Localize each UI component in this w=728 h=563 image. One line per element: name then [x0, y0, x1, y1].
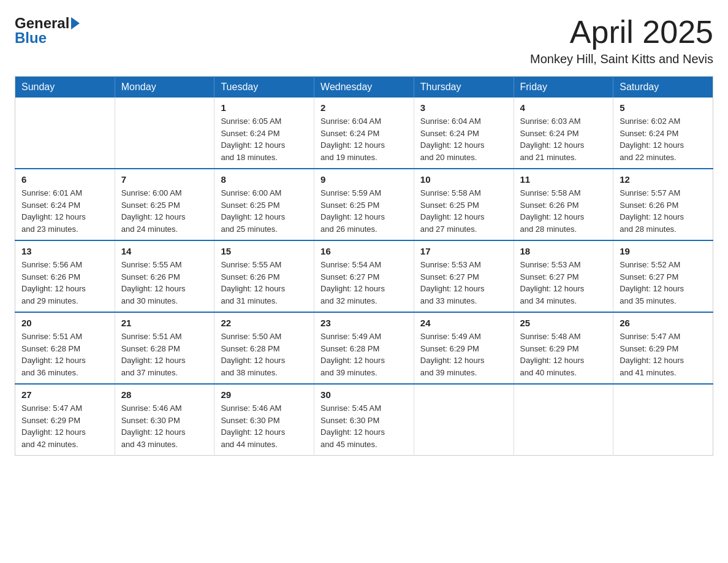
- calendar-cell: 12Sunrise: 5:57 AMSunset: 6:26 PMDayligh…: [613, 169, 713, 240]
- calendar-cell: [414, 384, 514, 456]
- day-info: Sunrise: 5:47 AMSunset: 6:29 PMDaylight:…: [620, 332, 684, 377]
- header-sunday: Sunday: [15, 77, 115, 98]
- day-number: 2: [320, 102, 408, 113]
- day-info: Sunrise: 5:55 AMSunset: 6:26 PMDaylight:…: [121, 260, 186, 305]
- calendar-cell: [613, 384, 713, 456]
- day-info: Sunrise: 5:58 AMSunset: 6:26 PMDaylight:…: [520, 188, 585, 234]
- location-title: Monkey Hill, Saint Kitts and Nevis: [530, 52, 713, 66]
- calendar-week-5: 27Sunrise: 5:47 AMSunset: 6:29 PMDayligh…: [15, 384, 713, 456]
- calendar-week-1: 1Sunrise: 6:05 AMSunset: 6:24 PMDaylight…: [15, 98, 713, 169]
- calendar-cell: 20Sunrise: 5:51 AMSunset: 6:28 PMDayligh…: [15, 312, 115, 384]
- header-monday: Monday: [115, 77, 214, 98]
- header-thursday: Thursday: [414, 77, 514, 98]
- day-number: 20: [21, 318, 108, 328]
- page-header: General Blue April 2025 Monkey Hill, Sai…: [15, 15, 713, 66]
- day-number: 1: [221, 102, 308, 113]
- calendar-week-4: 20Sunrise: 5:51 AMSunset: 6:28 PMDayligh…: [15, 312, 713, 384]
- calendar-cell: 5Sunrise: 6:02 AMSunset: 6:24 PMDaylight…: [613, 98, 713, 169]
- day-info: Sunrise: 6:03 AMSunset: 6:24 PMDaylight:…: [520, 117, 585, 162]
- calendar-cell: 13Sunrise: 5:56 AMSunset: 6:26 PMDayligh…: [15, 240, 115, 312]
- header-tuesday: Tuesday: [214, 77, 314, 98]
- logo-blue-text: Blue: [15, 29, 47, 47]
- day-info: Sunrise: 5:49 AMSunset: 6:29 PMDaylight:…: [420, 332, 485, 377]
- calendar-cell: [514, 384, 613, 456]
- calendar-cell: 16Sunrise: 5:54 AMSunset: 6:27 PMDayligh…: [314, 240, 414, 312]
- day-number: 22: [221, 318, 308, 328]
- day-number: 30: [320, 389, 408, 400]
- day-number: 19: [620, 246, 707, 256]
- day-number: 12: [620, 174, 707, 185]
- day-info: Sunrise: 5:54 AMSunset: 6:27 PMDaylight:…: [320, 260, 385, 305]
- calendar-cell: 1Sunrise: 6:05 AMSunset: 6:24 PMDaylight…: [214, 98, 314, 169]
- header-right: April 2025 Monkey Hill, Saint Kitts and …: [530, 15, 713, 66]
- day-number: 11: [520, 174, 607, 185]
- day-number: 27: [21, 389, 108, 400]
- calendar-cell: 11Sunrise: 5:58 AMSunset: 6:26 PMDayligh…: [514, 169, 613, 240]
- day-number: 16: [320, 246, 408, 256]
- day-number: 9: [320, 174, 408, 185]
- day-info: Sunrise: 6:05 AMSunset: 6:24 PMDaylight:…: [221, 117, 285, 162]
- calendar-cell: 17Sunrise: 5:53 AMSunset: 6:27 PMDayligh…: [414, 240, 514, 312]
- day-info: Sunrise: 5:48 AMSunset: 6:29 PMDaylight:…: [520, 332, 585, 377]
- day-number: 14: [121, 246, 208, 256]
- day-info: Sunrise: 5:57 AMSunset: 6:26 PMDaylight:…: [620, 188, 684, 234]
- calendar-cell: 21Sunrise: 5:51 AMSunset: 6:28 PMDayligh…: [115, 312, 214, 384]
- day-number: 29: [221, 389, 308, 400]
- calendar-week-3: 13Sunrise: 5:56 AMSunset: 6:26 PMDayligh…: [15, 240, 713, 312]
- day-number: 18: [520, 246, 607, 256]
- day-number: 17: [420, 246, 507, 256]
- calendar-cell: 24Sunrise: 5:49 AMSunset: 6:29 PMDayligh…: [414, 312, 514, 384]
- calendar-cell: 27Sunrise: 5:47 AMSunset: 6:29 PMDayligh…: [15, 384, 115, 456]
- day-number: 7: [121, 174, 208, 185]
- day-number: 5: [620, 102, 707, 113]
- day-number: 8: [221, 174, 308, 185]
- logo: General Blue: [15, 15, 80, 47]
- day-number: 24: [420, 318, 507, 328]
- day-number: 4: [520, 102, 607, 113]
- calendar-cell: 23Sunrise: 5:49 AMSunset: 6:28 PMDayligh…: [314, 312, 414, 384]
- calendar-week-2: 6Sunrise: 6:01 AMSunset: 6:24 PMDaylight…: [15, 169, 713, 240]
- calendar-cell: 28Sunrise: 5:46 AMSunset: 6:30 PMDayligh…: [115, 384, 214, 456]
- calendar-cell: 26Sunrise: 5:47 AMSunset: 6:29 PMDayligh…: [613, 312, 713, 384]
- calendar-cell: 19Sunrise: 5:52 AMSunset: 6:27 PMDayligh…: [613, 240, 713, 312]
- day-number: 10: [420, 174, 507, 185]
- day-number: 21: [121, 318, 208, 328]
- day-number: 25: [520, 318, 607, 328]
- calendar-cell: 14Sunrise: 5:55 AMSunset: 6:26 PMDayligh…: [115, 240, 214, 312]
- calendar-cell: 29Sunrise: 5:46 AMSunset: 6:30 PMDayligh…: [214, 384, 314, 456]
- calendar-header-row: Sunday Monday Tuesday Wednesday Thursday…: [15, 77, 713, 98]
- day-number: 26: [620, 318, 707, 328]
- day-number: 6: [21, 174, 108, 185]
- calendar-cell: 7Sunrise: 6:00 AMSunset: 6:25 PMDaylight…: [115, 169, 214, 240]
- header-friday: Friday: [514, 77, 613, 98]
- header-wednesday: Wednesday: [314, 77, 414, 98]
- day-info: Sunrise: 5:50 AMSunset: 6:28 PMDaylight:…: [221, 332, 285, 377]
- day-info: Sunrise: 6:02 AMSunset: 6:24 PMDaylight:…: [620, 117, 684, 162]
- calendar-cell: 9Sunrise: 5:59 AMSunset: 6:25 PMDaylight…: [314, 169, 414, 240]
- day-number: 3: [420, 102, 507, 113]
- day-info: Sunrise: 5:58 AMSunset: 6:25 PMDaylight:…: [420, 188, 485, 234]
- day-info: Sunrise: 5:51 AMSunset: 6:28 PMDaylight:…: [121, 332, 186, 377]
- day-number: 15: [221, 246, 308, 256]
- calendar-cell: 22Sunrise: 5:50 AMSunset: 6:28 PMDayligh…: [214, 312, 314, 384]
- calendar-cell: 6Sunrise: 6:01 AMSunset: 6:24 PMDaylight…: [15, 169, 115, 240]
- logo-triangle-icon: [71, 17, 80, 29]
- day-info: Sunrise: 5:49 AMSunset: 6:28 PMDaylight:…: [320, 332, 385, 377]
- day-info: Sunrise: 5:46 AMSunset: 6:30 PMDaylight:…: [221, 404, 285, 449]
- day-info: Sunrise: 5:45 AMSunset: 6:30 PMDaylight:…: [320, 404, 385, 449]
- day-info: Sunrise: 5:52 AMSunset: 6:27 PMDaylight:…: [620, 260, 684, 305]
- calendar-cell: 8Sunrise: 6:00 AMSunset: 6:25 PMDaylight…: [214, 169, 314, 240]
- calendar-cell: 18Sunrise: 5:53 AMSunset: 6:27 PMDayligh…: [514, 240, 613, 312]
- calendar-cell: 15Sunrise: 5:55 AMSunset: 6:26 PMDayligh…: [214, 240, 314, 312]
- day-info: Sunrise: 5:53 AMSunset: 6:27 PMDaylight:…: [420, 260, 485, 305]
- day-info: Sunrise: 5:53 AMSunset: 6:27 PMDaylight:…: [520, 260, 585, 305]
- calendar-cell: [15, 98, 115, 169]
- calendar-cell: 30Sunrise: 5:45 AMSunset: 6:30 PMDayligh…: [314, 384, 414, 456]
- day-number: 13: [21, 246, 108, 256]
- day-info: Sunrise: 6:01 AMSunset: 6:24 PMDaylight:…: [21, 188, 86, 234]
- day-info: Sunrise: 5:46 AMSunset: 6:30 PMDaylight:…: [121, 404, 186, 449]
- calendar-cell: 4Sunrise: 6:03 AMSunset: 6:24 PMDaylight…: [514, 98, 613, 169]
- calendar-cell: 3Sunrise: 6:04 AMSunset: 6:24 PMDaylight…: [414, 98, 514, 169]
- day-info: Sunrise: 6:00 AMSunset: 6:25 PMDaylight:…: [121, 188, 186, 234]
- day-info: Sunrise: 5:56 AMSunset: 6:26 PMDaylight:…: [21, 260, 86, 305]
